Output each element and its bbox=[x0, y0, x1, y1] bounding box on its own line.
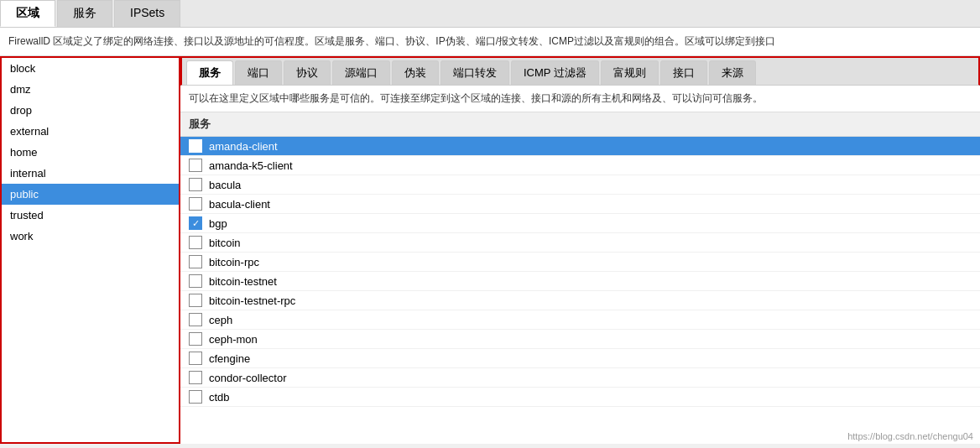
service-row[interactable]: bacula-client bbox=[180, 195, 980, 214]
service-row[interactable]: ceph-mon bbox=[180, 330, 980, 349]
sub-tab-2[interactable]: 协议 bbox=[284, 60, 331, 85]
service-row[interactable]: bitcoin-rpc bbox=[180, 253, 980, 272]
service-name: amanda-k5-client bbox=[209, 159, 293, 172]
service-row[interactable]: ctdb bbox=[180, 388, 980, 407]
service-row[interactable]: bitcoin bbox=[180, 233, 980, 253]
sub-tab-8[interactable]: 接口 bbox=[660, 60, 707, 85]
sidebar-item-home[interactable]: home bbox=[2, 142, 179, 163]
sidebar-item-dmz[interactable]: dmz bbox=[2, 79, 179, 100]
sidebar-item-external[interactable]: external bbox=[2, 121, 179, 142]
sidebar-item-internal[interactable]: internal bbox=[2, 163, 179, 184]
service-row[interactable]: bitcoin-testnet bbox=[180, 272, 980, 291]
service-name: ctdb bbox=[209, 391, 230, 404]
zone-sidebar: blockdmzdropexternalhomeinternalpublictr… bbox=[0, 56, 180, 444]
service-row[interactable]: cfengine bbox=[180, 349, 980, 368]
service-checkbox[interactable] bbox=[189, 159, 202, 172]
service-checkbox[interactable] bbox=[189, 371, 202, 384]
service-row[interactable]: ✓bgp bbox=[180, 214, 980, 233]
tab-ipsets[interactable]: IPSets bbox=[114, 0, 180, 27]
sub-tab-5[interactable]: 端口转发 bbox=[440, 60, 509, 85]
service-row[interactable]: bacula bbox=[180, 175, 980, 195]
service-name: bitcoin-rpc bbox=[209, 256, 259, 268]
service-name: cfengine bbox=[209, 352, 250, 365]
service-checkbox[interactable] bbox=[189, 332, 202, 346]
sub-tab-0[interactable]: 服务 bbox=[186, 60, 233, 85]
service-name: bitcoin bbox=[209, 237, 241, 249]
sub-tab-1[interactable]: 端口 bbox=[235, 60, 282, 85]
main-layout: blockdmzdropexternalhomeinternalpublictr… bbox=[0, 56, 980, 444]
service-checkbox[interactable] bbox=[189, 274, 202, 288]
service-list-header: 服务 bbox=[180, 112, 980, 137]
service-row[interactable]: amanda-client bbox=[180, 137, 980, 156]
service-checkbox[interactable] bbox=[189, 294, 202, 307]
service-checkbox[interactable] bbox=[189, 197, 202, 211]
sub-tab-7[interactable]: 富规则 bbox=[601, 60, 659, 85]
sub-tabs-bar: 服务端口协议源端口伪装端口转发ICMP 过滤器富规则接口来源 bbox=[180, 56, 980, 86]
service-checkbox[interactable] bbox=[189, 178, 202, 191]
tab-zone[interactable]: 区域 bbox=[0, 0, 55, 27]
sidebar-item-work[interactable]: work bbox=[2, 226, 179, 247]
content-area: 服务端口协议源端口伪装端口转发ICMP 过滤器富规则接口来源 可以在这里定义区域… bbox=[180, 56, 980, 444]
service-name: bitcoin-testnet-rpc bbox=[209, 294, 295, 307]
sidebar-item-public[interactable]: public bbox=[2, 184, 179, 205]
service-row[interactable]: bitcoin-testnet-rpc bbox=[180, 291, 980, 310]
service-checkbox[interactable] bbox=[189, 139, 202, 153]
service-name: amanda-client bbox=[209, 140, 278, 153]
content-description: 可以在这里定义区域中哪些服务是可信的。可连接至绑定到这个区域的连接、接口和源的所… bbox=[180, 86, 980, 112]
service-checkbox[interactable]: ✓ bbox=[189, 216, 202, 230]
sub-tab-6[interactable]: ICMP 过滤器 bbox=[511, 60, 599, 85]
service-checkbox[interactable] bbox=[189, 390, 202, 404]
service-checkbox[interactable] bbox=[189, 255, 202, 268]
sub-tab-9[interactable]: 来源 bbox=[709, 60, 756, 85]
service-checkbox[interactable] bbox=[189, 352, 202, 365]
service-list-area: 服务 amanda-clientamanda-k5-clientbaculaba… bbox=[180, 112, 980, 444]
service-name: bgp bbox=[209, 217, 227, 230]
sidebar-item-block[interactable]: block bbox=[2, 58, 179, 79]
service-name: bacula-client bbox=[209, 198, 270, 211]
sub-tab-3[interactable]: 源端口 bbox=[332, 60, 390, 85]
sidebar-item-trusted[interactable]: trusted bbox=[2, 205, 179, 226]
service-checkbox[interactable] bbox=[189, 236, 202, 249]
service-name: ceph-mon bbox=[209, 333, 258, 346]
service-checkbox[interactable] bbox=[189, 313, 202, 326]
top-tabs-bar: 区域 服务 IPSets bbox=[0, 0, 980, 28]
service-name: bacula bbox=[209, 179, 241, 191]
service-name: ceph bbox=[209, 314, 232, 326]
service-row[interactable]: ceph bbox=[180, 310, 980, 330]
sidebar-item-drop[interactable]: drop bbox=[2, 100, 179, 121]
sub-tab-4[interactable]: 伪装 bbox=[392, 60, 439, 85]
service-row[interactable]: amanda-k5-client bbox=[180, 156, 980, 175]
main-description: FirewallD 区域定义了绑定的网络连接、接口以及源地址的可信程度。区域是服… bbox=[0, 28, 980, 56]
tab-services[interactable]: 服务 bbox=[57, 0, 112, 27]
service-row[interactable]: condor-collector bbox=[180, 368, 980, 388]
service-name: bitcoin-testnet bbox=[209, 275, 277, 288]
service-name: condor-collector bbox=[209, 372, 287, 384]
